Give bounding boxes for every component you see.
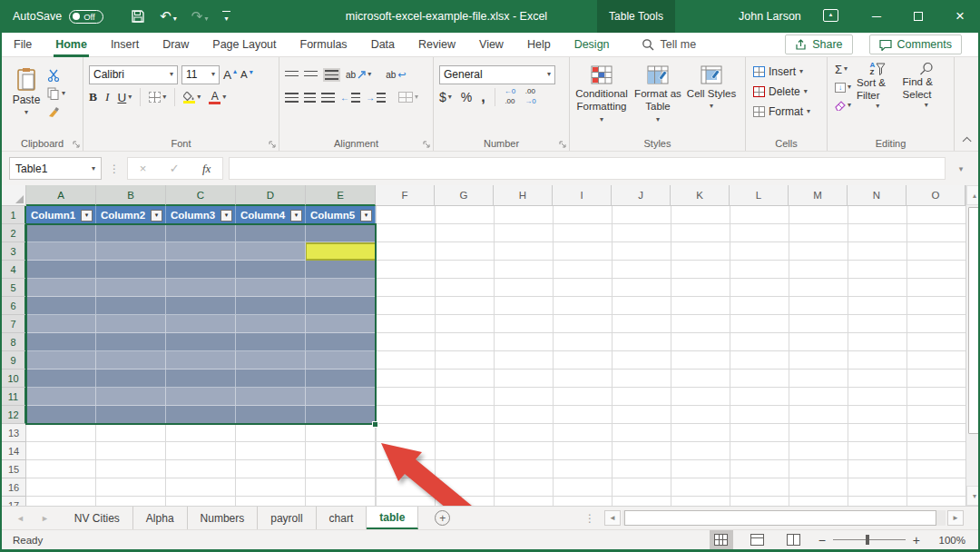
table-cell[interactable]: [236, 242, 306, 261]
font-dialog-launcher-icon[interactable]: [269, 141, 276, 148]
tab-insert[interactable]: Insert: [99, 33, 151, 57]
table-cell[interactable]: [306, 315, 376, 333]
dots-separator-icon[interactable]: ⋮: [107, 163, 122, 175]
row-header-3[interactable]: 3: [2, 242, 26, 261]
tab-home[interactable]: Home: [44, 33, 99, 57]
table-cell[interactable]: [236, 261, 306, 279]
column-header-B[interactable]: B: [96, 185, 166, 206]
table-cell[interactable]: [96, 333, 166, 351]
table-cell[interactable]: [306, 279, 376, 297]
table-cell[interactable]: [166, 242, 236, 261]
cell-styles-button[interactable]: Cell Styles ▾: [686, 62, 737, 136]
row-header-10[interactable]: 10: [2, 370, 26, 388]
table-cell[interactable]: [306, 351, 376, 370]
find-select-button[interactable]: Find & Select ▾: [903, 62, 950, 136]
tab-data[interactable]: Data: [359, 33, 407, 57]
table-cell[interactable]: [166, 315, 236, 333]
row-header-11[interactable]: 11: [2, 388, 26, 406]
table-cell[interactable]: [96, 224, 166, 242]
font-size-select[interactable]: 11▾: [181, 65, 220, 84]
cut-button[interactable]: [47, 69, 65, 82]
zoom-level[interactable]: 100%: [933, 535, 965, 546]
table-cell[interactable]: [306, 297, 376, 315]
row-header-13[interactable]: 13: [2, 424, 26, 442]
vertical-scroll-thumb[interactable]: [968, 207, 980, 434]
align-right-button[interactable]: [321, 93, 335, 103]
alignment-dialog-launcher-icon[interactable]: [423, 141, 430, 148]
column-header-K[interactable]: K: [671, 185, 730, 206]
grow-font-button[interactable]: A▴: [223, 68, 237, 82]
column-header-C[interactable]: C: [166, 185, 236, 206]
sheet-tab-nv-cities[interactable]: NV Cities: [62, 507, 133, 529]
row-header-17[interactable]: 17: [2, 497, 26, 506]
table-cell[interactable]: [236, 297, 306, 315]
formula-input[interactable]: [229, 157, 946, 180]
format-painter-button[interactable]: [47, 105, 65, 118]
caret-down-icon[interactable]: ▾: [173, 15, 177, 23]
filter-dropdown-icon[interactable]: ▾: [151, 210, 162, 222]
table-cell[interactable]: [96, 406, 166, 424]
filter-dropdown-icon[interactable]: ▾: [360, 210, 372, 222]
table-cell[interactable]: [26, 333, 96, 351]
table-cell[interactable]: [26, 388, 96, 406]
comments-button[interactable]: Comments: [869, 34, 962, 54]
customize-qat-icon[interactable]: ▾: [222, 11, 230, 23]
column-header-H[interactable]: H: [494, 185, 553, 206]
table-header-cell[interactable]: Column5▾: [306, 206, 376, 224]
table-cell[interactable]: [96, 279, 166, 297]
table-cell[interactable]: [236, 333, 306, 351]
conditional-formatting-button[interactable]: Conditional Formatting ▾: [573, 62, 630, 136]
tab-help[interactable]: Help: [515, 33, 563, 57]
select-all-button[interactable]: [2, 185, 26, 206]
comma-style-button[interactable]: ,: [481, 89, 485, 105]
table-cell[interactable]: [166, 224, 236, 242]
filter-dropdown-icon[interactable]: ▾: [81, 210, 93, 222]
table-cell[interactable]: [26, 351, 96, 370]
name-box[interactable]: Table1 ▾: [9, 157, 102, 180]
ribbon-display-options-icon[interactable]: ▴: [823, 9, 838, 22]
percent-style-button[interactable]: %: [461, 90, 472, 104]
scroll-right-icon[interactable]: ►: [947, 510, 964, 526]
table-cell[interactable]: [166, 261, 236, 279]
scroll-down-icon[interactable]: ▾: [966, 486, 980, 506]
table-cell[interactable]: [96, 315, 166, 333]
table-tools-tab[interactable]: Table Tools: [597, 0, 675, 33]
align-left-button[interactable]: [285, 93, 299, 103]
sheet-tab-alpha[interactable]: Alpha: [133, 507, 188, 529]
vertical-scrollbar[interactable]: ▴ ▾: [965, 185, 980, 506]
row-header-6[interactable]: 6: [2, 297, 26, 315]
copy-button[interactable]: ▾: [47, 87, 65, 100]
table-cell[interactable]: [96, 297, 166, 315]
user-name[interactable]: John Larson: [739, 0, 801, 33]
table-cell[interactable]: [166, 279, 236, 297]
tab-design[interactable]: Design: [563, 33, 622, 57]
font-color-button[interactable]: A▾: [209, 91, 226, 104]
table-cell[interactable]: [26, 279, 96, 297]
tab-file[interactable]: File: [2, 33, 44, 57]
column-header-J[interactable]: J: [612, 185, 671, 206]
normal-view-button[interactable]: [710, 530, 733, 549]
table-cell[interactable]: [306, 370, 376, 388]
table-cell[interactable]: [236, 406, 306, 424]
insert-cells-button[interactable]: Insert▾: [753, 62, 823, 82]
tab-view[interactable]: View: [467, 33, 515, 57]
row-header-2[interactable]: 2: [2, 224, 26, 242]
table-cell[interactable]: [26, 406, 96, 424]
table-cell[interactable]: [96, 261, 166, 279]
row-header-1[interactable]: 1: [2, 206, 26, 224]
table-cell[interactable]: [306, 388, 376, 406]
sheet-tab-payroll[interactable]: payroll: [258, 507, 316, 529]
share-button[interactable]: Share: [785, 34, 852, 54]
row-header-8[interactable]: 8: [2, 333, 26, 351]
number-format-select[interactable]: General▾: [439, 65, 555, 84]
row-header-16[interactable]: 16: [2, 478, 26, 497]
decrease-indent-button[interactable]: ←: [340, 93, 360, 103]
decrease-decimal-button[interactable]: .00→0: [524, 88, 535, 106]
top-align-button[interactable]: [285, 71, 299, 78]
borders-button[interactable]: ▾: [149, 92, 166, 103]
accounting-format-button[interactable]: $▾: [439, 90, 452, 104]
middle-align-button[interactable]: [304, 71, 318, 79]
row-header-9[interactable]: 9: [2, 351, 26, 370]
shrink-font-button[interactable]: A▾: [240, 69, 253, 80]
number-dialog-launcher-icon[interactable]: [559, 141, 566, 148]
